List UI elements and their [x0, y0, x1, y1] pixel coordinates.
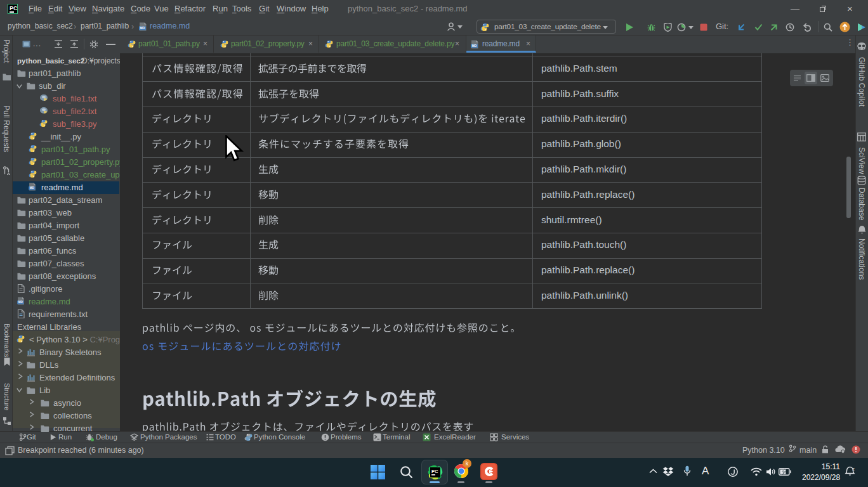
svg-text:PC: PC [431, 469, 438, 474]
svg-text:MD: MD [472, 44, 477, 48]
svg-text:z: z [853, 467, 855, 471]
svg-text:MD: MD [140, 27, 145, 30]
svg-text:k: k [466, 460, 469, 467]
svg-text:MD: MD [18, 301, 23, 304]
svg-text:MD: MD [30, 186, 35, 190]
